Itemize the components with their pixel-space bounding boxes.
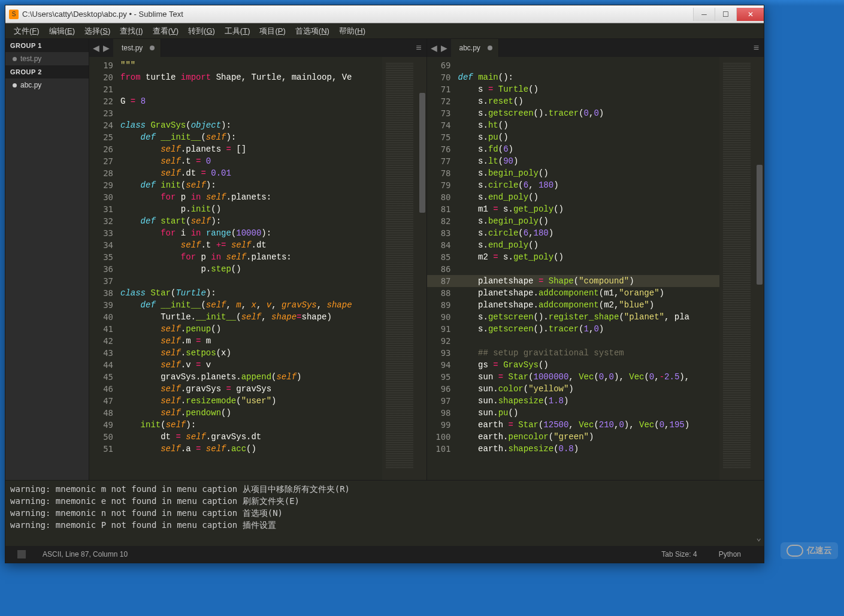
statusbar: ASCII, Line 87, Column 10 Tab Size: 4 Py…: [5, 546, 764, 563]
status-tab-size[interactable]: Tab Size: 4: [651, 550, 707, 558]
line-gutter[interactable]: 1920212223242526272829303132333435363738…: [89, 57, 118, 480]
application-window: S C:\Users\catty\Desktop\abc.py • - Subl…: [5, 5, 764, 563]
menu-f[interactable]: 文件(F): [9, 24, 44, 38]
console-line: warning: mnemonic n not found in menu ca…: [10, 507, 759, 519]
tabbar: ◀▶test.py≡: [89, 39, 426, 57]
menu-n[interactable]: 首选项(N): [291, 24, 334, 38]
tab-menu-icon[interactable]: ≡: [411, 39, 426, 57]
window-title: C:\Users\catty\Desktop\abc.py • - Sublim…: [22, 10, 693, 19]
app-icon: S: [9, 10, 19, 19]
maximize-button[interactable]: ☐: [715, 8, 736, 21]
tab-next-icon[interactable]: ▶: [440, 43, 449, 53]
status-syntax[interactable]: Python: [708, 550, 752, 558]
tab-prev-icon[interactable]: ◀: [92, 43, 101, 53]
tab-prev-icon[interactable]: ◀: [429, 43, 438, 53]
sidebar-file[interactable]: test.py: [5, 52, 89, 65]
close-button[interactable]: ✕: [736, 8, 764, 21]
minimap[interactable]: [719, 57, 755, 480]
minimap[interactable]: [382, 57, 418, 480]
dirty-indicator-icon: [488, 46, 492, 50]
dirty-indicator-icon: [150, 46, 155, 50]
editor-pane-1: ◀▶test.py≡192021222324252627282930313233…: [89, 39, 427, 480]
editor-pane-2: ◀▶abc.py≡6970717273747576777879808182838…: [427, 39, 764, 480]
watermark: 亿速云: [781, 542, 838, 559]
tabbar: ◀▶abc.py≡: [427, 39, 764, 57]
group-2-header: GROUP 2: [5, 65, 89, 78]
console-line: warning: mnemonic e not found in menu ca…: [10, 495, 759, 507]
menu-t[interactable]: 工具(T): [220, 24, 255, 38]
titlebar[interactable]: S C:\Users\catty\Desktop\abc.py • - Subl…: [5, 5, 764, 23]
menu-p[interactable]: 项目(P): [255, 24, 290, 38]
menu-v[interactable]: 查看(V): [148, 24, 183, 38]
line-gutter[interactable]: 6970717273747576777879808182838485868788…: [427, 57, 456, 480]
tab-next-icon[interactable]: ▶: [102, 43, 111, 53]
sidebar-file[interactable]: abc.py: [5, 78, 89, 92]
code-content[interactable]: def main(): s = Turtle() s.reset() s.get…: [456, 57, 720, 480]
menu-h[interactable]: 帮助(H): [334, 24, 370, 38]
menu-s[interactable]: 选择(S): [80, 24, 115, 38]
code-content[interactable]: """from turtle import Shape, Turtle, mai…: [118, 57, 382, 480]
tab-menu-icon[interactable]: ≡: [749, 39, 764, 57]
scroll-thumb[interactable]: [419, 93, 425, 213]
vertical-scrollbar[interactable]: [755, 57, 764, 480]
menubar: 文件(F)编辑(E)选择(S)查找(I)查看(V)转到(G)工具(T)项目(P)…: [5, 23, 764, 39]
menu-g[interactable]: 转到(G): [183, 24, 220, 38]
sidebar: GROUP 1 test.py GROUP 2 abc.py: [5, 39, 89, 480]
status-icon: [17, 550, 26, 558]
code-area[interactable]: 6970717273747576777879808182838485868788…: [427, 57, 764, 480]
file-tab[interactable]: abc.py: [451, 39, 499, 57]
code-area[interactable]: 1920212223242526272829303132333435363738…: [89, 57, 426, 480]
file-tab[interactable]: test.py: [113, 39, 161, 57]
console-toggle-icon[interactable]: ⌄: [757, 532, 761, 543]
group-1-header: GROUP 1: [5, 39, 89, 52]
menu-i[interactable]: 查找(I): [115, 24, 147, 38]
status-position[interactable]: ASCII, Line 87, Column 10: [32, 550, 138, 558]
cloud-icon: [786, 545, 803, 557]
console-line: warning: mnemonic P not found in menu ca…: [10, 519, 759, 531]
minimize-button[interactable]: ─: [693, 8, 715, 21]
dirty-indicator-icon: [13, 57, 17, 61]
console-panel[interactable]: warning: mnemonic m not found in menu ca…: [5, 480, 764, 546]
console-line: warning: mnemonic m not found in menu ca…: [10, 483, 759, 495]
scroll-thumb[interactable]: [757, 165, 763, 285]
menu-e[interactable]: 编辑(E): [44, 24, 80, 38]
vertical-scrollbar[interactable]: [418, 57, 426, 480]
dirty-indicator-icon: [13, 83, 17, 87]
